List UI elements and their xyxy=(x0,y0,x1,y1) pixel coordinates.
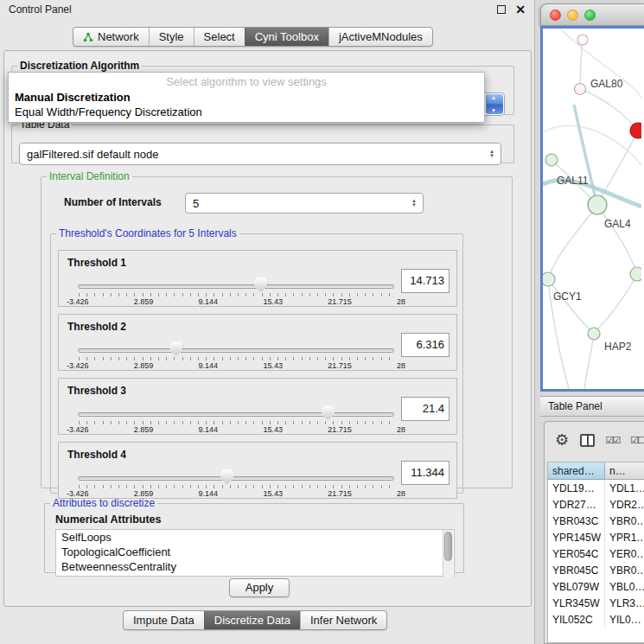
tab-jactivemnodules[interactable]: jActiveMNodules xyxy=(328,28,432,46)
cell-shared-name[interactable]: YDR27… xyxy=(548,496,605,513)
control-panel-window: Control Panel ✕ Network Style Select xyxy=(0,0,535,644)
select-all-icon[interactable]: ☑☑ xyxy=(606,435,620,446)
number-of-intervals-label: Number of Intervals xyxy=(64,196,162,208)
slider-tickmarks xyxy=(79,293,393,296)
cell-name[interactable]: YLR3… xyxy=(605,595,644,611)
threshold-2-group: Threshold 2 -3.4262.8599.14415.4321.7152… xyxy=(58,314,457,371)
threshold-2-slider[interactable]: -3.4262.8599.14415.4321.71528 xyxy=(78,341,394,370)
deselect-icon[interactable]: ☑☐ xyxy=(630,435,644,446)
dropdown-option-equal-width-frequency[interactable]: Equal Width/Frequency Discretization xyxy=(9,105,484,119)
node-table: shared… n… YDL19… YDL1… YDR27… YDR2… YBR… xyxy=(547,462,644,643)
table-row[interactable]: YER054C YER0… xyxy=(548,545,644,562)
tab-cyni-toolbox[interactable]: Cyni Toolbox xyxy=(245,28,328,46)
network-node[interactable] xyxy=(543,272,555,286)
network-node-selected[interactable] xyxy=(630,123,641,138)
table-row[interactable]: YIL052C YIL0… xyxy=(548,611,644,628)
scrollbar-thumb[interactable] xyxy=(444,532,452,561)
attribute-list-item[interactable]: SelfLoops xyxy=(56,530,454,545)
network-canvas[interactable]: GAL80 GAL11 GAL4 GCY1 HAP2 xyxy=(540,26,644,392)
apply-button[interactable]: Apply xyxy=(229,578,290,597)
slider-thumb[interactable] xyxy=(220,469,233,484)
cell-name[interactable]: YDR2… xyxy=(605,496,644,513)
thresholds-coordinates-label: Threshold's Coordinates for 5 Intervals xyxy=(56,227,239,239)
threshold-1-value-field[interactable]: 14.713 xyxy=(401,269,450,293)
number-of-intervals-select[interactable]: 5 ▲▼ xyxy=(185,193,424,214)
table-row[interactable]: YBL079W YBL0… xyxy=(548,578,644,595)
window-title: Control Panel xyxy=(9,3,497,16)
cell-shared-name[interactable]: YIL052C xyxy=(548,611,605,628)
threshold-3-value-field[interactable]: 21.4 xyxy=(401,397,450,421)
table-row[interactable]: YDL19… YDL1… xyxy=(548,480,644,496)
network-node[interactable] xyxy=(630,267,641,281)
network-window-titlebar xyxy=(540,3,644,26)
threshold-2-label: Threshold 2 xyxy=(67,321,126,333)
threshold-1-slider[interactable]: -3.4262.8599.14415.4321.71528 xyxy=(78,277,394,306)
thresholds-coordinates-group: Threshold's Coordinates for 5 Intervals … xyxy=(50,227,463,494)
tick-label: 28 xyxy=(397,425,405,434)
close-icon[interactable]: ✕ xyxy=(515,3,526,16)
cell-name[interactable]: YBR0… xyxy=(605,562,644,578)
network-thick-edges xyxy=(543,105,641,207)
column-header-name[interactable]: n… xyxy=(605,462,644,480)
network-node[interactable] xyxy=(588,328,600,340)
network-node[interactable] xyxy=(575,84,586,95)
table-row[interactable]: YLR345W YLR3… xyxy=(548,595,644,611)
tab-discretize-data[interactable]: Discretize Data xyxy=(204,611,300,629)
table-panel-window: ⚙ ☑☑ ☑☐ shared… n… YDL19… YDL1… YDR27… Y… xyxy=(544,421,644,644)
node-label-gal4: GAL4 xyxy=(604,218,631,230)
threshold-3-slider[interactable]: -3.4262.8599.14415.4321.71528 xyxy=(78,405,394,434)
slider-track[interactable] xyxy=(78,476,394,481)
cell-name[interactable]: YIL0… xyxy=(605,611,644,628)
tick-label: 2.859 xyxy=(134,297,154,306)
attribute-list-item[interactable]: TopologicalCoefficient xyxy=(56,545,454,559)
cell-name[interactable]: YER0… xyxy=(605,545,644,562)
gear-icon[interactable]: ⚙ xyxy=(555,432,569,448)
table-data-select[interactable]: galFiltered.sif default node ▲▼ xyxy=(19,143,501,165)
table-row[interactable]: YPR145W YPR1… xyxy=(548,529,644,545)
cell-shared-name[interactable]: YBL079W xyxy=(548,578,605,595)
network-node[interactable] xyxy=(588,195,607,214)
cell-name[interactable]: YBR0… xyxy=(605,513,644,529)
slider-track[interactable] xyxy=(78,284,394,289)
mac-close-button[interactable] xyxy=(550,10,561,21)
threshold-4-slider[interactable]: -3.4262.8599.14415.4321.71528 xyxy=(78,469,394,498)
cell-name[interactable]: YPR1… xyxy=(605,529,644,545)
mac-zoom-button[interactable] xyxy=(584,10,596,21)
slider-track[interactable] xyxy=(78,348,394,353)
table-row[interactable]: YDR27… YDR2… xyxy=(548,496,644,513)
tab-impute-data[interactable]: Impute Data xyxy=(124,611,204,629)
network-node[interactable] xyxy=(545,154,558,166)
threshold-4-value-field[interactable]: 11.344 xyxy=(401,461,450,485)
cell-name[interactable]: YDL1… xyxy=(605,480,644,496)
column-header-shared-name[interactable]: shared… xyxy=(548,462,605,480)
table-toolbar: ⚙ ☑☑ ☑☐ xyxy=(545,422,644,458)
tab-style[interactable]: Style xyxy=(149,28,194,46)
network-node[interactable] xyxy=(577,35,588,45)
cell-shared-name[interactable]: YER054C xyxy=(548,545,605,562)
slider-thumb[interactable] xyxy=(254,277,267,292)
mac-minimize-button[interactable] xyxy=(567,10,578,21)
float-window-icon[interactable] xyxy=(497,5,506,14)
table-row[interactable]: YBR043C YBR0… xyxy=(548,513,644,529)
slider-thumb[interactable] xyxy=(169,341,182,356)
threshold-2-value-field[interactable]: 6.316 xyxy=(401,333,450,357)
list-scrollbar[interactable] xyxy=(443,530,453,577)
attributes-to-discretize-group: Attributes to discretize Numerical Attri… xyxy=(44,497,464,573)
attribute-list-item[interactable]: BetweennessCentrality xyxy=(56,559,454,574)
cell-shared-name[interactable]: YBR043C xyxy=(548,513,605,529)
tab-select[interactable]: Select xyxy=(194,28,245,46)
cell-shared-name[interactable]: YLR345W xyxy=(548,595,605,611)
cell-name[interactable]: YBL0… xyxy=(605,578,644,595)
tab-network[interactable]: Network xyxy=(73,28,149,46)
slider-track[interactable] xyxy=(78,412,394,417)
number-of-intervals-value: 5 xyxy=(193,197,199,210)
table-row[interactable]: YBR045C YBR0… xyxy=(548,562,644,578)
slider-thumb[interactable] xyxy=(322,405,335,420)
cell-shared-name[interactable]: YPR145W xyxy=(548,529,605,545)
tab-infer-network[interactable]: Infer Network xyxy=(300,611,386,629)
dropdown-option-manual-discretization[interactable]: Manual Discretization xyxy=(9,90,484,105)
cell-shared-name[interactable]: YDL19… xyxy=(548,480,605,496)
numerical-attributes-list[interactable]: SelfLoopsTopologicalCoefficientBetweenne… xyxy=(55,529,455,577)
column-options-icon[interactable] xyxy=(580,434,594,447)
cell-shared-name[interactable]: YBR045C xyxy=(548,562,605,578)
